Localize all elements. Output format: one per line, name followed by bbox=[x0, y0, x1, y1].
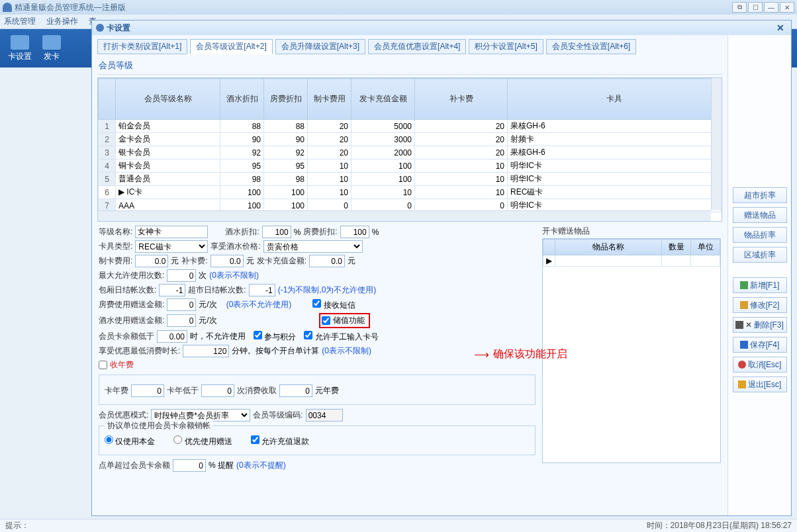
col-room-disc[interactable]: 房费折扣 bbox=[264, 79, 308, 120]
bev-gift-input[interactable] bbox=[167, 314, 196, 327]
win-restore-icon[interactable]: ⧉ bbox=[732, 2, 747, 13]
allow-refund-checkbox[interactable]: 允许充值退款 bbox=[251, 435, 309, 447]
pkg-daily-input[interactable] bbox=[159, 284, 185, 296]
toolbar-card-settings[interactable]: 卡设置 bbox=[8, 35, 32, 62]
btn-exit[interactable]: 退出[Esc] bbox=[733, 377, 787, 392]
per-consume-input[interactable] bbox=[279, 384, 312, 397]
allow-manual-checkbox[interactable] bbox=[304, 331, 312, 339]
col-card-fee[interactable]: 制卡费用 bbox=[308, 79, 352, 120]
menu-business[interactable]: 业务操作 bbox=[46, 16, 78, 27]
max-use-input[interactable] bbox=[167, 269, 196, 282]
status-bar: 提示： 时间：2018年08月23日(星期四) 18:56:27 bbox=[0, 519, 797, 532]
tab-level-updown[interactable]: 会员升降级设置[Alt+3] bbox=[275, 39, 365, 54]
issue-card-icon bbox=[42, 35, 61, 50]
annual-fee-group: 卡年费 卡年低于 次消费收取 元年费 bbox=[99, 375, 536, 405]
level-name-input[interactable] bbox=[135, 226, 208, 238]
col-recharge[interactable]: 发卡充值金额 bbox=[352, 79, 415, 120]
room-disc-input[interactable] bbox=[340, 226, 369, 238]
card-type-select[interactable]: REC磁卡 bbox=[135, 240, 208, 253]
grid-hscroll[interactable] bbox=[98, 210, 711, 221]
form-right: 开卡赠送物品 物品名称数量单位 ▶ bbox=[542, 226, 721, 514]
table-row[interactable]: 2金卡会员909020300020射频卡 bbox=[99, 133, 722, 146]
agreement-balance-group: 协议单位使用会员卡余额销帐 仅使用本金 优先使用赠送 允许充值退款 bbox=[99, 425, 536, 455]
col-card-device[interactable]: 卡具 bbox=[508, 79, 722, 120]
tab-member-level[interactable]: 会员等级设置[Alt+2] bbox=[190, 39, 272, 54]
child-icon bbox=[96, 24, 104, 32]
level-code-field bbox=[306, 409, 343, 421]
tab-security[interactable]: 会员安全性设置[Alt+6] bbox=[546, 39, 636, 54]
store-value-checkbox[interactable] bbox=[322, 316, 330, 325]
app-title-bar: 精通量贩会员管理系统—注册版 ⧉ ☐ — ✕ bbox=[0, 0, 797, 15]
win-minimize-icon[interactable]: — bbox=[764, 2, 778, 13]
table-row[interactable]: 6▶ IC卡100100101010REC磁卡 bbox=[99, 186, 722, 199]
app-icon bbox=[3, 3, 12, 12]
status-prompt: 提示： bbox=[5, 520, 29, 531]
grid-vscroll[interactable] bbox=[711, 78, 722, 210]
card-settings-icon bbox=[11, 35, 29, 50]
col-reissue-fee[interactable]: 补卡费 bbox=[415, 79, 508, 120]
btn-area-disc[interactable]: 区域折率 bbox=[733, 247, 787, 263]
card-year-low-input[interactable] bbox=[201, 384, 234, 397]
edit-icon bbox=[740, 301, 748, 309]
reissue-fee-input[interactable] bbox=[211, 255, 244, 267]
opt-gift-first[interactable]: 优先使用赠送 bbox=[173, 435, 232, 447]
table-row[interactable]: 5普通会员98981010010明华IC卡 bbox=[99, 173, 722, 186]
win-maximize-icon[interactable]: ☐ bbox=[748, 2, 763, 13]
recharge-input[interactable] bbox=[309, 255, 345, 267]
card-settings-window: 卡设置 ✕ 打折卡类别设置[Alt+1] 会员等级设置[Alt+2] 会员升降级… bbox=[91, 20, 792, 516]
child-title-text: 卡设置 bbox=[107, 22, 130, 34]
table-row[interactable]: 3银卡会员929220200020果核GH-6 bbox=[99, 146, 722, 159]
min-time-input[interactable] bbox=[183, 345, 229, 357]
table-row[interactable]: 1铂金会员888820500020果核GH-6 bbox=[99, 120, 722, 133]
member-level-grid[interactable]: 会员等级名称 酒水折扣 房费折扣 制卡费用 发卡充值金额 补卡费 卡具 1铂金会… bbox=[97, 77, 722, 222]
btn-edit[interactable]: 修改[F2] bbox=[733, 297, 787, 313]
child-close-icon[interactable]: ✕ bbox=[774, 22, 787, 33]
btn-save[interactable]: 保存[F4] bbox=[733, 337, 787, 353]
gift-row[interactable]: ▶ bbox=[543, 255, 720, 267]
side-button-panel: 超市折率 赠送物品 物品折率 区域折率 新增[F1] 修改[F2] ✕ 删除[F… bbox=[727, 35, 791, 515]
over-balance-input[interactable] bbox=[173, 459, 206, 472]
annual-fee-checkbox[interactable] bbox=[99, 361, 107, 369]
store-value-highlight: 储值功能 bbox=[319, 313, 370, 328]
save-icon bbox=[740, 341, 748, 349]
bev-disc-input[interactable] bbox=[262, 226, 291, 238]
form-left: 等级名称: 酒水折扣: % 房费折扣: % 卡具类型: REC磁卡 享受酒水价格… bbox=[99, 226, 536, 514]
fieldset-legend: 协议单位使用会员卡余额销帐 bbox=[105, 420, 213, 431]
tab-recharge-promo[interactable]: 会员充值优惠设置[Alt+4] bbox=[368, 39, 466, 54]
btn-delete[interactable]: ✕ 删除[F3] bbox=[733, 317, 787, 333]
col-level-name[interactable]: 会员等级名称 bbox=[116, 79, 220, 120]
bev-price-select[interactable]: 贵宾价格 bbox=[263, 240, 363, 253]
status-time: 时间：2018年08月23日(星期四) 18:56:27 bbox=[647, 520, 792, 531]
btn-cancel[interactable]: 取消[Esc] bbox=[733, 357, 787, 373]
mkt-daily-input[interactable] bbox=[249, 284, 275, 296]
opt-principal[interactable]: 仅使用本金 bbox=[105, 435, 155, 447]
cancel-icon bbox=[738, 361, 746, 369]
annotation-overlay: ⟶ 确保该功能开启 bbox=[470, 347, 567, 361]
tab-row: 打折卡类别设置[Alt+1] 会员等级设置[Alt+2] 会员升降级设置[Alt… bbox=[97, 39, 722, 54]
btn-item-disc[interactable]: 物品折率 bbox=[733, 227, 787, 243]
btn-gift-items[interactable]: 赠送物品 bbox=[733, 207, 787, 223]
btn-market-disc[interactable]: 超市折率 bbox=[733, 187, 787, 203]
card-fee-input[interactable] bbox=[135, 255, 168, 267]
sms-checkbox[interactable] bbox=[312, 299, 321, 308]
menu-system[interactable]: 系统管理 bbox=[4, 16, 36, 27]
delete-icon bbox=[735, 321, 743, 329]
section-title: 会员等级 bbox=[97, 57, 722, 75]
exit-icon bbox=[738, 380, 746, 388]
tab-discount-category[interactable]: 打折卡类别设置[Alt+1] bbox=[97, 39, 187, 54]
tab-points-card[interactable]: 积分卡设置[Alt+5] bbox=[469, 39, 543, 54]
col-bev-disc[interactable]: 酒水折扣 bbox=[220, 79, 264, 120]
toolbar-issue-card[interactable]: 发卡 bbox=[42, 35, 61, 62]
child-title-bar: 卡设置 ✕ bbox=[92, 21, 791, 35]
btn-add[interactable]: 新增[F1] bbox=[733, 277, 787, 293]
win-close-icon[interactable]: ✕ bbox=[780, 2, 794, 13]
arrow-icon: ⟶ bbox=[474, 348, 489, 361]
join-points-checkbox[interactable] bbox=[254, 331, 262, 339]
gift-table[interactable]: 物品名称数量单位 ▶ bbox=[542, 238, 721, 463]
app-title: 精通量贩会员管理系统—注册版 bbox=[15, 2, 126, 13]
room-gift-input[interactable] bbox=[167, 298, 196, 311]
balance-low-input[interactable] bbox=[157, 330, 187, 343]
card-annual-input[interactable] bbox=[131, 384, 164, 397]
annotation-text: 确保该功能开启 bbox=[493, 347, 567, 361]
table-row[interactable]: 4铜卡会员95951010010明华IC卡 bbox=[99, 159, 722, 173]
